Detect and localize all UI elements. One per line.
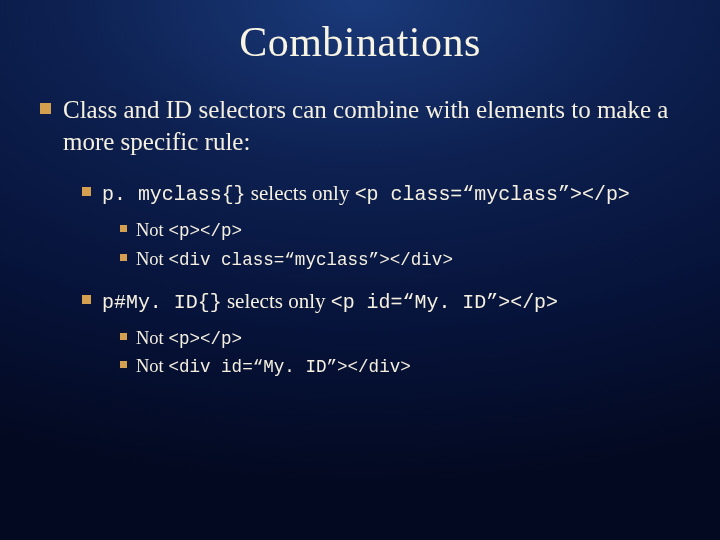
bullet-level3: Not <p></p> [120, 218, 690, 243]
bullet-level3: Not <div class=“myclass”></div> [120, 247, 690, 272]
code-example: <div class=“myclass”></div> [168, 250, 453, 270]
square-bullet-icon [120, 333, 127, 340]
square-bullet-icon [120, 225, 127, 232]
not-prefix: Not [136, 328, 168, 348]
not-prefix: Not [136, 220, 168, 240]
bullet-level3: Not <div id=“My. ID”></div> [120, 354, 690, 379]
square-bullet-icon [120, 361, 127, 368]
level3-text: Not <p></p> [136, 218, 242, 243]
slide-body: Combinations Class and ID selectors can … [0, 0, 720, 540]
square-bullet-icon [82, 295, 91, 304]
square-bullet-icon [120, 254, 127, 261]
code-example: <div id=“My. ID”></div> [168, 357, 410, 377]
text-mid: selects only [246, 181, 355, 205]
bullet-level2: p#My. ID{} selects only <p id=“My. ID”><… [82, 288, 690, 316]
code-selector: p#My. ID{} [102, 291, 222, 314]
bullet-level2: p. myclass{} selects only <p class=“mycl… [82, 180, 690, 208]
not-prefix: Not [136, 356, 168, 376]
code-example: <p></p> [168, 221, 242, 241]
square-bullet-icon [40, 103, 51, 114]
code-selector: p. myclass{} [102, 183, 246, 206]
slide-title: Combinations [30, 18, 690, 66]
level3-text: Not <div class=“myclass”></div> [136, 247, 453, 272]
subgroup-2: p#My. ID{} selects only <p id=“My. ID”><… [30, 288, 690, 380]
code-example: <p></p> [168, 329, 242, 349]
level3-text: Not <p></p> [136, 326, 242, 351]
subgroup-1: p. myclass{} selects only <p class=“mycl… [30, 180, 690, 272]
level2-text: p. myclass{} selects only <p class=“mycl… [102, 180, 630, 208]
level3-text: Not <div id=“My. ID”></div> [136, 354, 411, 379]
code-example: <p class=“myclass”></p> [355, 183, 630, 206]
level2-text: p#My. ID{} selects only <p id=“My. ID”><… [102, 288, 558, 316]
code-example: <p id=“My. ID”></p> [331, 291, 558, 314]
square-bullet-icon [82, 187, 91, 196]
not-prefix: Not [136, 249, 168, 269]
level1-text: Class and ID selectors can combine with … [63, 94, 690, 158]
text-mid: selects only [222, 289, 331, 313]
bullet-level3: Not <p></p> [120, 326, 690, 351]
bullet-level1: Class and ID selectors can combine with … [40, 94, 690, 158]
